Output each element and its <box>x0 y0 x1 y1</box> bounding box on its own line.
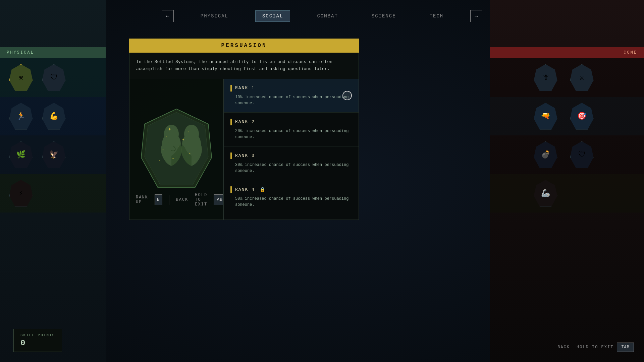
sidebar-tier2: 🏃 💪 <box>0 97 106 135</box>
rank-1-description: 10% increased chance of success when per… <box>230 94 352 106</box>
rsidebar-tier2: 🔫 🎯 <box>490 97 644 135</box>
rank-1-label: RANK 1 <box>235 85 255 90</box>
bottom-controls: RANK UP E BACK HOLD TO EXIT TAB <box>129 188 230 212</box>
list-item[interactable]: 🔫 <box>531 102 560 130</box>
left-sidebar: PHYSICAL ⚒️ 🛡 🏃 💪 🌿 🦅 <box>0 0 106 362</box>
skill-points-box: SKILL POINTS 0 <box>13 329 62 352</box>
sidebar-tier4: ⚡ <box>0 174 106 213</box>
hold-to-exit-label: HOLD TO EXIT <box>195 193 210 207</box>
list-item[interactable]: 🛡 <box>40 63 68 92</box>
rsidebar-tier1: 🗡 ⚔ <box>490 58 644 97</box>
skill-grid-right-tier3: 💣 🛡 <box>491 137 642 172</box>
rank-4-item[interactable]: RANK 4 🔒 50% increased chance of success… <box>224 180 359 214</box>
rank-2-item[interactable]: RANK 2 20% increased chance of success w… <box>224 113 359 146</box>
tab-combat[interactable]: COMBAT <box>310 11 344 21</box>
skill-icon-nature[interactable]: 🌿 <box>9 141 33 168</box>
rank-3-header: RANK 3 <box>230 153 352 159</box>
rank-2-header: RANK 2 <box>230 119 352 125</box>
tab-tech[interactable]: TECH <box>423 11 450 21</box>
rank-1-cursor <box>342 91 352 100</box>
sidebar-tier3: 🌿 🦅 <box>0 135 106 174</box>
rank-up-key-button[interactable]: E <box>155 194 162 205</box>
rskill-icon-gun[interactable]: 🔫 <box>534 103 557 130</box>
list-item[interactable]: 🎯 <box>568 102 596 130</box>
svg-text:✦: ✦ <box>168 126 172 132</box>
back-key-button[interactable]: TAB <box>214 194 223 205</box>
skill-grid-tier1: ⚒️ 🛡 <box>2 60 104 95</box>
list-item[interactable]: 🦾 <box>531 179 560 207</box>
rank-2-label: RANK 2 <box>235 119 255 124</box>
skill-icon-eagle[interactable]: 🦅 <box>42 141 66 168</box>
prev-tab-button[interactable]: ← <box>162 10 174 22</box>
skill-emblem: ✦ ✦ ✦ ✦ ✧ ✧ ✦ ✧ ✦ ✧ <box>140 107 213 191</box>
sidebar-tier1: ⚒️ 🛡 <box>0 58 106 97</box>
right-sidebar-header: COME <box>490 47 644 58</box>
skill-name: PERSUASION <box>221 43 267 49</box>
skill-points-value: 0 <box>20 339 55 348</box>
rank-2-description: 20% increased chance of success when per… <box>230 128 352 140</box>
skill-icon-hammer[interactable]: ⚒️ <box>9 64 33 91</box>
lock-icon: 🔒 <box>260 187 265 192</box>
list-item[interactable]: 🛡 <box>568 140 596 169</box>
back-section: BACK HOLD TO EXIT TAB <box>176 193 223 207</box>
skill-grid-tier4: ⚡ <box>2 176 104 211</box>
rskill-icon-target[interactable]: 🎯 <box>570 103 594 130</box>
rank-1-indicator <box>230 85 232 92</box>
svg-text:✧: ✧ <box>177 146 179 148</box>
rank-up-section: RANK UP E <box>136 194 162 205</box>
skill-icon-run[interactable]: 🏃 <box>9 103 33 130</box>
svg-text:✦: ✦ <box>182 137 184 142</box>
list-item[interactable]: ⚔ <box>568 63 596 92</box>
list-item[interactable]: ⚒️ <box>7 63 35 92</box>
tab-physical[interactable]: PHYSICAL <box>194 11 235 21</box>
rskill-icon-armor[interactable]: 🛡 <box>570 141 594 168</box>
svg-text:✧: ✧ <box>194 161 196 163</box>
rskill-icon-bomb[interactable]: 💣 <box>534 141 557 168</box>
rank-3-label: RANK 3 <box>235 153 255 158</box>
skill-grid-right-tier4: 🦾 <box>491 176 642 211</box>
br-back-label: BACK <box>557 345 570 350</box>
rskill-icon-sword[interactable]: 🗡 <box>534 64 557 91</box>
rank-4-label: RANK 4 <box>235 187 255 192</box>
list-item[interactable]: 💪 <box>40 102 68 130</box>
skill-icon-shield[interactable]: 🛡 <box>42 64 66 91</box>
rank-up-label: RANK UP <box>136 195 151 204</box>
br-hold-label: HOLD TO EXIT <box>577 345 613 350</box>
list-item[interactable]: 🏃 <box>7 102 35 130</box>
tab-science[interactable]: SCIENCE <box>365 11 403 21</box>
list-item[interactable]: 🗡 <box>531 63 560 92</box>
main-panel: PERSUASION In the Settled Systems, the n… <box>129 39 359 220</box>
skill-icon-muscle[interactable]: 💪 <box>42 103 66 130</box>
rank-3-indicator <box>230 153 232 159</box>
svg-text:✦: ✦ <box>172 157 174 160</box>
skill-icon-lightning[interactable]: ⚡ <box>9 180 33 207</box>
skill-title-bar: PERSUASION <box>129 39 359 53</box>
rskill-icon-cyborg[interactable]: 🦾 <box>534 180 557 207</box>
list-item[interactable]: ⚡ <box>7 179 35 207</box>
list-item[interactable]: 💣 <box>531 140 560 169</box>
rskill-icon-blade[interactable]: ⚔ <box>570 64 594 91</box>
list-item[interactable]: 🌿 <box>7 140 35 169</box>
svg-text:✧: ✧ <box>166 135 167 138</box>
back-label: BACK <box>176 197 188 202</box>
br-back-key[interactable]: TAB <box>617 343 634 352</box>
tab-social[interactable]: SOCIAL <box>255 10 290 22</box>
next-tab-button[interactable]: → <box>470 10 482 22</box>
ranks-area: RANK 1 10% increased chance of success w… <box>223 79 359 220</box>
rank-2-indicator <box>230 119 232 125</box>
skill-grid-right-tier1: 🗡 ⚔ <box>491 60 642 95</box>
svg-text:✦: ✦ <box>162 148 164 152</box>
rsidebar-tier3: 💣 🛡 <box>490 135 644 174</box>
bottom-right-back: BACK HOLD TO EXIT TAB <box>557 343 634 352</box>
svg-text:✦: ✦ <box>189 152 191 155</box>
skill-grid-tier3: 🌿 🦅 <box>2 137 104 172</box>
skill-description: In the Settled Systems, the nuanced abil… <box>129 53 359 79</box>
rank-1-item[interactable]: RANK 1 10% increased chance of success w… <box>224 79 359 113</box>
controls-separator <box>169 195 169 205</box>
skill-points-label: SKILL POINTS <box>20 333 55 337</box>
bottom-divider <box>129 220 359 220</box>
rank-3-item[interactable]: RANK 3 30% increased chance of success w… <box>224 146 359 180</box>
rank-4-description: 50% increased chance of success when per… <box>230 196 352 208</box>
rank-4-header: RANK 4 🔒 <box>230 186 352 193</box>
list-item[interactable]: 🦅 <box>40 140 68 169</box>
